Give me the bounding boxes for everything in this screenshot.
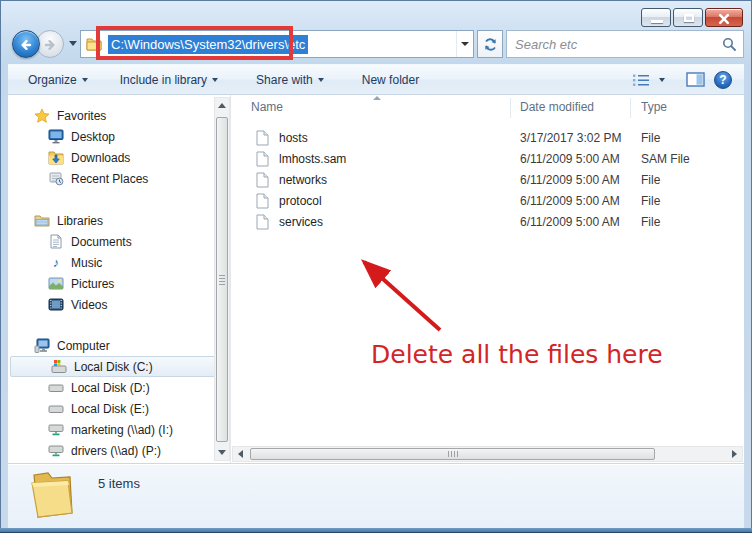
close-icon bbox=[717, 12, 731, 26]
sidebar-item-downloads[interactable]: Downloads bbox=[8, 147, 214, 168]
address-path[interactable]: C:\Windows\System32\drivers\etc bbox=[108, 35, 308, 54]
search-icon[interactable] bbox=[722, 37, 736, 51]
sidebar-item-local-disk-d[interactable]: Local Disk (D:) bbox=[8, 377, 214, 398]
search-input[interactable] bbox=[507, 37, 722, 52]
sidebar-label: Local Disk (D:) bbox=[71, 381, 150, 395]
sidebar-label: Libraries bbox=[57, 214, 103, 228]
file-icon bbox=[256, 193, 269, 212]
include-in-library-button[interactable]: Include in library bbox=[112, 69, 226, 91]
chevron-down-icon bbox=[461, 42, 469, 46]
sidebar-scrollbar[interactable] bbox=[214, 97, 230, 461]
forward-button[interactable] bbox=[36, 30, 64, 58]
computer-icon bbox=[34, 338, 50, 354]
file-row-services[interactable]: services 6/11/2009 5:00 AM File bbox=[231, 212, 744, 233]
help-button[interactable]: ? bbox=[714, 71, 732, 89]
forward-arrow-icon bbox=[42, 37, 58, 53]
chevron-down-icon bbox=[212, 78, 218, 82]
videos-icon bbox=[48, 297, 64, 313]
sidebar-item-favorites[interactable]: Favorites bbox=[8, 105, 214, 126]
back-arrow-icon bbox=[18, 37, 34, 53]
sidebar-label: Local Disk (E:) bbox=[71, 402, 149, 416]
file-icon bbox=[256, 172, 269, 191]
sidebar-label: Recent Places bbox=[71, 172, 148, 186]
file-icon bbox=[256, 130, 269, 149]
command-toolbar: Organize Include in library Share with N… bbox=[8, 64, 744, 95]
item-count: 5 items bbox=[98, 476, 140, 491]
file-row-networks[interactable]: networks 6/11/2009 5:00 AM File bbox=[231, 170, 744, 191]
scroll-right-icon[interactable] bbox=[727, 447, 742, 461]
column-separator[interactable] bbox=[510, 98, 511, 118]
documents-icon bbox=[48, 234, 64, 250]
close-button[interactable] bbox=[705, 8, 743, 27]
include-in-library-label: Include in library bbox=[120, 73, 207, 87]
sidebar-item-local-disk-c[interactable]: Local Disk (C:) bbox=[10, 356, 216, 377]
scrollbar-thumb[interactable] bbox=[250, 448, 655, 460]
sidebar-label: Documents bbox=[71, 235, 132, 249]
main-content: Favorites Desktop Downloads Recent Place… bbox=[8, 95, 744, 463]
maximize-icon bbox=[684, 14, 694, 22]
sidebar-item-videos[interactable]: Videos bbox=[8, 294, 214, 315]
sidebar-label: Computer bbox=[57, 339, 110, 353]
navigation-pane: Favorites Desktop Downloads Recent Place… bbox=[8, 95, 230, 463]
views-icon[interactable] bbox=[632, 73, 650, 87]
file-row-lmhosts[interactable]: lmhosts.sam 6/11/2009 5:00 AM SAM File bbox=[231, 149, 744, 170]
toolbar-right-group: ? bbox=[632, 65, 732, 94]
address-dropdown-button[interactable] bbox=[456, 31, 473, 57]
organize-button[interactable]: Organize bbox=[20, 69, 96, 91]
folder-icon bbox=[86, 37, 102, 51]
back-button[interactable] bbox=[12, 30, 40, 58]
navigation-bar: C:\Windows\System32\drivers\etc bbox=[8, 28, 744, 62]
file-row-protocol[interactable]: protocol 6/11/2009 5:00 AM File bbox=[231, 191, 744, 212]
sidebar-item-marketing-drive[interactable]: marketing (\\ad) (I:) bbox=[8, 419, 214, 440]
sidebar-item-libraries[interactable]: Libraries bbox=[8, 210, 214, 231]
drive-icon bbox=[48, 401, 64, 417]
downloads-icon bbox=[48, 150, 64, 166]
search-box bbox=[506, 30, 744, 58]
refresh-button[interactable] bbox=[477, 30, 503, 58]
sidebar-item-documents[interactable]: Documents bbox=[8, 231, 214, 252]
sidebar-label: marketing (\\ad) (I:) bbox=[71, 423, 173, 437]
file-list-horizontal-scrollbar[interactable] bbox=[232, 446, 743, 462]
sidebar-item-desktop[interactable]: Desktop bbox=[8, 126, 214, 147]
scroll-left-icon[interactable] bbox=[233, 447, 248, 461]
scrollbar-thumb[interactable] bbox=[216, 117, 228, 442]
scroll-down-icon[interactable] bbox=[215, 445, 229, 460]
refresh-icon bbox=[483, 37, 498, 52]
views-dropdown-icon[interactable] bbox=[659, 78, 665, 82]
window-frame-bottom bbox=[0, 528, 752, 533]
sort-ascending-icon bbox=[373, 96, 381, 100]
history-dropdown-icon[interactable] bbox=[69, 41, 77, 46]
sidebar-item-pictures[interactable]: Pictures bbox=[8, 273, 214, 294]
sidebar-item-music[interactable]: ♪ Music bbox=[8, 252, 214, 273]
sidebar-label: Downloads bbox=[71, 151, 130, 165]
file-icon bbox=[256, 214, 269, 233]
file-row-hosts[interactable]: hosts 3/17/2017 3:02 PM File bbox=[231, 128, 744, 149]
minimize-button[interactable] bbox=[641, 8, 671, 27]
scrollbar-grip bbox=[219, 275, 225, 285]
column-headers: Name Date modified Type bbox=[231, 95, 744, 121]
explorer-window: C:\Windows\System32\drivers\etc Organize… bbox=[0, 0, 752, 533]
music-icon: ♪ bbox=[48, 255, 64, 271]
file-list-pane: Name Date modified Type hosts 3/17/2017 … bbox=[230, 95, 744, 463]
column-header-name[interactable]: Name bbox=[251, 100, 283, 114]
maximize-button[interactable] bbox=[673, 8, 703, 27]
new-folder-button[interactable]: New folder bbox=[354, 69, 427, 91]
sidebar-label: Music bbox=[71, 256, 102, 270]
preview-pane-icon[interactable] bbox=[686, 72, 705, 87]
address-bar[interactable]: C:\Windows\System32\drivers\etc bbox=[80, 30, 474, 58]
share-with-button[interactable]: Share with bbox=[248, 69, 332, 91]
column-header-date-modified[interactable]: Date modified bbox=[520, 100, 594, 114]
sidebar-label: Desktop bbox=[71, 130, 115, 144]
scroll-up-icon[interactable] bbox=[215, 98, 229, 113]
sidebar-item-recent-places[interactable]: Recent Places bbox=[8, 168, 214, 189]
pictures-icon bbox=[48, 276, 64, 292]
column-header-type[interactable]: Type bbox=[641, 100, 667, 114]
sidebar-label: Local Disk (C:) bbox=[74, 360, 153, 374]
sidebar-item-local-disk-e[interactable]: Local Disk (E:) bbox=[8, 398, 214, 419]
recent-places-icon bbox=[48, 171, 64, 187]
sidebar-item-computer[interactable]: Computer bbox=[8, 335, 214, 356]
sidebar-item-drivers-drive[interactable]: drivers (\\ad) (P:) bbox=[8, 440, 214, 461]
new-folder-label: New folder bbox=[362, 73, 419, 87]
sidebar-label: Videos bbox=[71, 298, 107, 312]
column-separator[interactable] bbox=[630, 98, 631, 118]
